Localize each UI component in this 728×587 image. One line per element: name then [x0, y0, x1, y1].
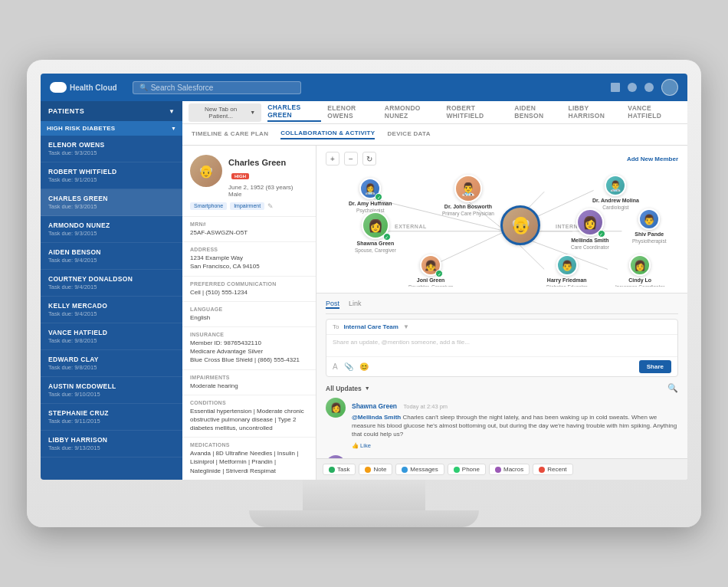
section-tab[interactable]: Device Data — [387, 130, 430, 139]
check-badge: ✓ — [383, 233, 391, 241]
patient-tab[interactable]: LIBBY HARRISON — [568, 104, 621, 121]
sidebar-header: Patients ▼ — [41, 101, 182, 121]
smartphone-tag[interactable]: Smartphone — [190, 202, 227, 210]
compose-to-label: To — [333, 323, 339, 330]
edit-tags-icon[interactable]: ✎ — [267, 202, 274, 210]
text-format-icon[interactable]: A — [333, 362, 338, 371]
check-badge: ✓ — [435, 270, 443, 277]
sidebar-patient-item[interactable]: ROBERT WHITFIELD Task due: 9/1/2015 — [41, 162, 182, 189]
patient-tab[interactable]: VANCE HATFIELD — [628, 104, 681, 121]
feed-time: Today at 2:43 pm — [404, 403, 448, 410]
sidebar-patient-item[interactable]: CHARLES GREEN Task due: 9/3/2015 — [41, 189, 182, 216]
grid-icon[interactable] — [611, 83, 620, 92]
sidebar-patient-item[interactable]: KELLY MERCADO Task due: 9/4/2015 — [41, 297, 182, 323]
post-tab[interactable]: Post — [326, 300, 339, 309]
share-button[interactable]: Share — [639, 360, 671, 373]
search-input[interactable] — [151, 84, 294, 92]
bottom-btn-messages[interactable]: Messages — [395, 464, 444, 475]
node-andrew-molina[interactable]: 👨‍⚕️ Dr. Andrew Molina Cardiologist — [592, 175, 639, 210]
feed-author[interactable]: Shawna Green — [352, 402, 397, 410]
insurance-member-id: Member ID: 98765432110 — [190, 339, 308, 347]
nav-icons — [611, 79, 678, 96]
bottom-btn-task[interactable]: Task — [323, 464, 356, 475]
preferred-comm-label: PREFERRED COMMUNICATION — [190, 281, 308, 287]
address-label: ADDRESS — [190, 247, 308, 252]
sidebar-patient-item[interactable]: COURTNEY DONALDSON Task due: 9/4/2015 — [41, 270, 182, 297]
sidebar-patient-item[interactable]: AIDEN BENSON Task due: 9/4/2015 — [41, 243, 182, 270]
patient-tags: Smartphone Impairment ✎ — [190, 202, 308, 210]
care-team-controls: + − ↻ — [326, 152, 376, 166]
bottom-action-bar: Task Note Messages Phone Macros Recent — [316, 458, 687, 480]
sidebar-patient-item[interactable]: EDWARD CLAY Task due: 9/8/2015 — [41, 350, 182, 377]
patient-gender: Male — [228, 191, 308, 198]
sidebar-patient-item[interactable]: AUSTIN MCDOWELL Task due: 9/10/2015 — [41, 377, 182, 404]
node-mellinda-smith[interactable]: 👩 ✓ Mellinda Smith Care Coordinator — [571, 208, 609, 250]
sidebar-patient-item[interactable]: ELENOR OWENS Task due: 9/3/2015 — [41, 136, 182, 162]
sidebar-arrow-icon[interactable]: ▼ — [169, 108, 175, 115]
filter-title: High Risk Diabetes — [47, 125, 115, 132]
filter-arrow-icon: ▼ — [171, 126, 176, 131]
section-tab[interactable]: Timeline & Care Plan — [192, 130, 268, 139]
global-search[interactable]: 🔍 — [133, 81, 301, 94]
node-joni-green[interactable]: 👧 ✓ Joni Green Daughter, Caregiver — [408, 254, 453, 287]
settings-icon[interactable] — [628, 83, 637, 92]
feed-content: Shawna Green Today at 2:43 pm @Mellinda … — [352, 398, 678, 449]
like-button[interactable]: 👍 Like — [352, 442, 371, 449]
patient-tab[interactable]: ELENOR OWENS — [327, 104, 378, 121]
btn-indicator — [539, 467, 545, 473]
feed-item: 👩 Shawna Green Today at 2:43 pm @Mellind… — [326, 398, 678, 449]
insurance-plan: Medicare Advantage Silver — [190, 347, 308, 356]
activity-feed: Post Link To Internal Care Team ▼ — [316, 294, 687, 458]
new-tab-button[interactable]: New Tab on Patient... ▼ — [189, 103, 261, 122]
feed-mention[interactable]: @Mellinda Smith — [352, 414, 401, 421]
help-icon[interactable] — [644, 83, 654, 92]
bottom-btn-note[interactable]: Note — [359, 464, 392, 475]
care-team-section: + − ↻ Add New Member — [316, 146, 687, 294]
emoji-icon[interactable]: 😊 — [359, 362, 369, 371]
impairment-tag[interactable]: Impairment — [230, 202, 264, 210]
updates-header: All Updates ▼ 🔍 — [326, 383, 678, 393]
filter-bar[interactable]: High Risk Diabetes ▼ — [41, 121, 182, 136]
node-harry-friedman[interactable]: 👨 Harry Friedman Diabetes Educator — [546, 254, 587, 287]
bottom-btn-macros[interactable]: Macros — [489, 464, 530, 475]
add-node-button[interactable]: + — [326, 152, 339, 166]
patient-tab[interactable]: CHARLES GREEN — [267, 103, 321, 122]
bottom-btn-recent[interactable]: Recent — [533, 464, 572, 475]
node-name: Harry Friedman — [547, 277, 587, 283]
impairments-value: Moderate hearing — [190, 382, 308, 390]
impairments-label: IMPAIRMENTS — [190, 375, 308, 380]
attachment-icon[interactable]: 📎 — [344, 362, 353, 371]
node-shiv-pande[interactable]: 👨 Shiv Pande Physiotherapist — [632, 208, 666, 244]
patient-item-task: Task due: 9/8/2015 — [48, 337, 175, 344]
sidebar-patient-item[interactable]: VANCE HATFIELD Task due: 9/8/2015 — [41, 323, 182, 350]
node-name: Dr. Amy Huffman — [349, 201, 392, 206]
patient-tab[interactable]: ARMONDO NUNEZ — [385, 104, 441, 121]
sidebar-patient-item[interactable]: LIBBY HARRISON Task due: 9/13/2015 — [41, 431, 182, 457]
node-john-bosworth[interactable]: 👨‍⚕️ Dr. John Bosworth Primary Care Phys… — [442, 175, 494, 216]
compose-input[interactable]: Share an update, @mention someone, add a… — [326, 335, 677, 356]
link-tab[interactable]: Link — [349, 300, 362, 309]
node-shawna-green[interactable]: 👩 ✓ Shawna Green Spouse, Caregiver — [355, 212, 396, 253]
updates-arrow-icon[interactable]: ▼ — [365, 385, 370, 391]
check-badge: ✓ — [598, 230, 605, 238]
patient-tab[interactable]: ROBERT WHITFIELD — [447, 104, 509, 121]
compose-to-value[interactable]: Internal Care Team — [343, 323, 398, 330]
compose-to-arrow-icon[interactable]: ▼ — [403, 323, 409, 330]
refresh-button[interactable]: ↻ — [362, 152, 376, 166]
user-avatar[interactable] — [661, 79, 678, 96]
add-new-member-button[interactable]: Add New Member — [627, 156, 678, 162]
node-cindy-lo[interactable]: 👩 Cindy Lo Insurance Coordinator — [615, 254, 664, 287]
node-amy-huffman[interactable]: 👩‍⚕️ ✓ Dr. Amy Huffman Psychologist — [349, 178, 392, 213]
section-tab[interactable]: Collaboration & Activity — [280, 130, 375, 139]
remove-node-button[interactable]: − — [344, 152, 358, 166]
bottom-btn-phone[interactable]: Phone — [448, 464, 486, 475]
sidebar-patient-item[interactable]: STEPHANIE CRUZ Task due: 9/11/2015 — [41, 404, 182, 431]
patient-tab[interactable]: AIDEN BENSON — [514, 104, 562, 121]
updates-title: All Updates ▼ — [326, 385, 370, 392]
search-updates-icon[interactable]: 🔍 — [667, 383, 678, 393]
medications-value: Avanda | 8D Ultrafine Needles | Insulin … — [190, 449, 308, 475]
sidebar-patient-item[interactable]: ARMONDO NUNEZ Task due: 9/3/2015 — [41, 216, 182, 243]
node-role: Diabetes Educator — [546, 284, 587, 287]
insurance-label: INSURANCE — [190, 332, 308, 337]
btn-indicator — [329, 467, 335, 473]
